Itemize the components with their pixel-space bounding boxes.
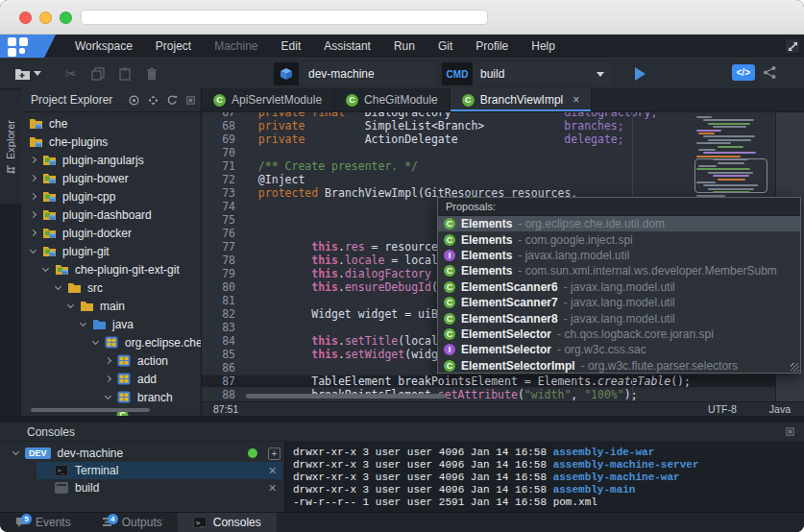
chevron-down-icon[interactable]	[30, 246, 37, 253]
proposal-item[interactable]: CElements- com.google.inject.spi	[438, 231, 800, 247]
proposal-item[interactable]: CElementSelector- ch.qos.logback.core.jo…	[438, 326, 800, 342]
tree-item-che-plugin-git-ext-git[interactable]: che-plugin-git-ext-git	[21, 260, 201, 278]
close-window-button[interactable]	[19, 12, 32, 24]
module-icon	[42, 245, 57, 257]
popup-resize-grip[interactable]	[791, 363, 799, 372]
tree-horizontal-scrollbar[interactable]	[31, 408, 150, 412]
refresh-icon[interactable]	[167, 95, 178, 106]
chevron-right-icon[interactable]	[30, 193, 37, 200]
editor-horizontal-scrollbar[interactable]	[246, 394, 446, 399]
chevron-right-icon[interactable]	[105, 357, 111, 364]
tree-item-org.eclipse.che[interactable]: org.eclipse.che	[21, 333, 201, 351]
minimap-viewport[interactable]	[694, 158, 767, 193]
chevron-down-icon[interactable]	[80, 319, 86, 326]
tree-item-plugin-cpp[interactable]: plugin-cpp	[21, 187, 201, 206]
project-explorer-title: Project Explorer	[31, 93, 129, 107]
menu-item-machine[interactable]: Machine	[203, 35, 269, 58]
panel-minimize-icon[interactable]	[786, 427, 794, 436]
machine-selector[interactable]: dev-machine	[274, 62, 437, 85]
cut-icon[interactable]: ✂	[62, 65, 80, 83]
process-row-terminal[interactable]: >_Terminal✕	[0, 462, 284, 479]
minimize-window-button[interactable]	[39, 12, 52, 24]
chevron-right-icon[interactable]	[30, 230, 37, 236]
proposals-title: Proposals:	[438, 198, 800, 216]
chevron-down-icon[interactable]	[55, 282, 61, 289]
che-logo-icon[interactable]	[0, 35, 56, 58]
console-output[interactable]: drwxr-xr-x 3 user user 4096 Jan 14 16:58…	[285, 442, 804, 512]
chevron-right-icon[interactable]	[105, 375, 111, 382]
tree-item-plugin-angularjs[interactable]: plugin-angularjs	[21, 151, 201, 169]
editor-tab-apiservletmodule[interactable]: CApiServletModule	[202, 88, 334, 111]
editor-tab-chegitmodule[interactable]: CCheGitModule	[334, 88, 451, 111]
chevron-right-icon[interactable]	[30, 211, 37, 218]
file-language: Java	[769, 403, 791, 415]
proposal-item[interactable]: CElementScanner7- javax.lang.model.util	[438, 295, 800, 310]
run-command-button[interactable]	[626, 63, 653, 85]
add-terminal-button[interactable]: +	[268, 447, 280, 460]
tree-item-src[interactable]: src	[21, 278, 201, 297]
copy-icon[interactable]	[89, 65, 107, 83]
tree-item-plugin-docker[interactable]: plugin-docker	[21, 224, 201, 242]
explorer-strip-tab[interactable]: Explorer	[0, 90, 21, 204]
tree-item-branch[interactable]: branch	[21, 388, 201, 406]
menu-item-profile[interactable]: Profile	[464, 35, 520, 58]
proposal-item[interactable]: IElements- javax.lang.model.util	[438, 248, 800, 263]
bottom-tab-outputs[interactable]: 4Outputs	[86, 513, 178, 532]
tree-item-java[interactable]: java	[21, 315, 201, 333]
project-tree: cheche-pluginsplugin-angularjsplugin-bow…	[21, 112, 201, 416]
chevron-right-icon[interactable]	[30, 157, 37, 163]
close-process-icon[interactable]: ✕	[268, 465, 277, 477]
share-icon[interactable]	[763, 65, 777, 80]
chevron-down-icon[interactable]	[105, 392, 111, 399]
tree-item-action[interactable]: action	[21, 351, 201, 370]
delete-icon[interactable]	[143, 65, 160, 83]
tree-item-che[interactable]: che	[21, 114, 201, 133]
paste-icon[interactable]	[116, 65, 134, 83]
tree-item-plugin-bower[interactable]: plugin-bower	[21, 169, 201, 187]
tree-item-plugin-git[interactable]: plugin-git	[21, 242, 201, 260]
tree-item-add[interactable]: add	[21, 370, 201, 388]
close-tab-icon[interactable]: ×	[573, 93, 579, 107]
class-icon: C	[444, 265, 455, 277]
menu-item-run[interactable]: Run	[382, 35, 426, 58]
go-into-icon[interactable]	[129, 95, 139, 106]
zoom-window-button[interactable]	[60, 12, 72, 24]
package-icon	[105, 336, 119, 349]
chevron-down-icon[interactable]	[92, 337, 99, 344]
collapse-all-icon[interactable]	[148, 95, 158, 106]
bottom-tab-events[interactable]: 5Events	[0, 513, 86, 532]
chevron-down-icon[interactable]	[42, 264, 49, 271]
tree-item-plugin-dashboard[interactable]: plugin-dashboard	[21, 206, 201, 224]
proposal-item[interactable]: CElements- org.eclipse.che.ide.util.dom	[438, 216, 800, 231]
menu-item-edit[interactable]: Edit	[270, 35, 313, 58]
menu-item-help[interactable]: Help	[520, 35, 567, 58]
preview-code-button[interactable]: </>	[732, 64, 755, 81]
proposal-item[interactable]: CElements- com.sun.xml.internal.ws.devel…	[438, 263, 800, 278]
tree-item-label: plugin-dashboard	[62, 208, 152, 222]
menu-item-git[interactable]: Git	[426, 35, 464, 58]
proposal-item[interactable]: CElementScanner8- javax.lang.model.util	[438, 310, 800, 326]
close-process-icon[interactable]: ✕	[268, 482, 277, 495]
menu-item-project[interactable]: Project	[144, 35, 203, 58]
bottom-tab-consoles[interactable]: >_Consoles	[178, 513, 277, 532]
address-bar[interactable]	[81, 10, 488, 25]
command-select[interactable]: build	[473, 62, 612, 85]
chevron-right-icon[interactable]	[30, 175, 37, 181]
proposal-item[interactable]: CElementSelectorImpl- org.w3c.flute.pars…	[438, 358, 800, 374]
window-resize-icon[interactable]	[785, 38, 800, 54]
process-row-build[interactable]: build✕	[0, 479, 284, 496]
panel-splitter[interactable]	[0, 416, 804, 423]
tree-item-che-plugins[interactable]: che-plugins	[21, 133, 201, 151]
chevron-down-icon[interactable]	[67, 301, 74, 307]
editor-tab-branchviewimpl[interactable]: CBranchViewImpl×	[451, 88, 593, 111]
proposal-item[interactable]: IElementSelector- org.w3c.css.sac	[438, 342, 800, 357]
tree-item-label: plugin-git	[62, 245, 110, 258]
proposal-item[interactable]: CElementScanner6- javax.lang.model.util	[438, 279, 800, 295]
chevron-down-icon[interactable]	[12, 448, 19, 455]
menu-item-workspace[interactable]: Workspace	[63, 35, 144, 58]
tree-item-main[interactable]: main	[21, 297, 201, 315]
machine-row[interactable]: DEVdev-machine+	[0, 445, 284, 462]
menu-item-assistant[interactable]: Assistant	[312, 35, 382, 58]
minimize-panel-icon[interactable]	[186, 96, 195, 105]
new-project-button[interactable]	[13, 65, 41, 83]
